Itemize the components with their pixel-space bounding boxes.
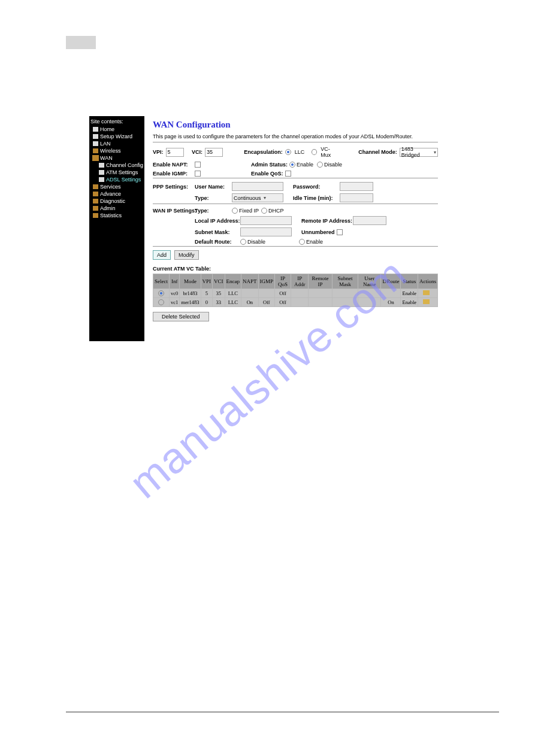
row-select-radio[interactable]	[158, 290, 164, 296]
default-route-label: Default Route:	[195, 239, 240, 245]
droute-enable-label: Enable	[306, 239, 323, 245]
sidebar-item-wan[interactable]: WAN	[90, 154, 143, 162]
sidebar-item-atm-settings[interactable]: ATM Settings	[90, 169, 143, 176]
folder-open-icon	[93, 156, 98, 160]
vci-label: VCI:	[192, 149, 202, 155]
ppp-password-label: Password:	[293, 184, 340, 190]
th-mode: Mode	[180, 274, 201, 289]
page-icon	[99, 170, 104, 175]
page-description: This page is used to configure the param…	[153, 133, 438, 139]
content-panel: WAN Configuration This page is used to c…	[144, 116, 446, 341]
encap-label: Encapsulation:	[244, 149, 283, 155]
admin-disable-radio[interactable]	[317, 162, 323, 168]
page-icon	[99, 163, 104, 168]
page-title: WAN Configuration	[153, 120, 438, 130]
idle-time-input[interactable]	[340, 193, 373, 202]
sidebar-item-wireless[interactable]: Wireless	[90, 147, 143, 154]
admin-disable-label: Disable	[324, 162, 342, 168]
local-ip-input[interactable]	[240, 216, 292, 225]
row-select-radio[interactable]	[158, 299, 164, 305]
sidebar-item-statistics[interactable]: Statistics	[90, 212, 143, 219]
fixedip-label: Fixed IP	[239, 208, 259, 214]
channel-mode-select[interactable]: 1483 Bridged▾	[400, 148, 438, 157]
th-encap: Encap	[225, 274, 241, 289]
channel-mode-label: Channel Mode:	[358, 149, 397, 155]
unnumbered-label: Unnumbered	[301, 229, 335, 235]
chevron-down-icon: ▾	[264, 195, 266, 201]
delete-selected-button[interactable]: Delete Selected	[153, 312, 209, 321]
folder-icon	[93, 206, 98, 211]
sidebar-item-diagnostic[interactable]: Diagnostic	[90, 198, 143, 205]
unnumbered-checkbox[interactable]	[337, 229, 343, 235]
vpi-input[interactable]	[166, 148, 184, 157]
edit-icon[interactable]	[423, 299, 433, 304]
encap-vcmux-label: VC-Mux	[321, 146, 338, 158]
th-igmp: IGMP	[258, 274, 275, 289]
th-inf: Inf	[170, 274, 180, 289]
page-icon	[99, 177, 104, 182]
folder-icon	[93, 192, 98, 196]
sidebar-item-advance[interactable]: Advance	[90, 190, 143, 198]
droute-enable-radio[interactable]	[299, 239, 305, 245]
droute-disable-label: Disable	[247, 239, 265, 245]
folder-icon	[93, 184, 98, 189]
folder-icon	[93, 148, 98, 153]
footer-rule	[66, 712, 499, 712]
vpi-label: VPI:	[153, 149, 164, 155]
encap-llc-radio[interactable]	[285, 149, 291, 155]
sidebar-item-lan[interactable]: LAN	[90, 140, 143, 147]
idle-time-label: Idle Time (min):	[293, 195, 340, 201]
modify-button[interactable]: Modify	[174, 250, 199, 260]
subnet-input[interactable]	[240, 227, 292, 236]
ppp-type-select[interactable]: Continuous▾	[232, 193, 283, 202]
folder-icon	[93, 213, 98, 218]
divider	[153, 204, 438, 204]
ppp-password-input[interactable]	[340, 182, 373, 191]
admin-enable-radio[interactable]	[289, 162, 295, 168]
ppp-type-label: Type:	[195, 195, 232, 201]
fixedip-radio[interactable]	[232, 208, 238, 214]
dhcp-label: DHCP	[268, 208, 284, 214]
qos-checkbox[interactable]	[285, 171, 291, 177]
qos-label: Enable QoS:	[251, 171, 283, 177]
th-ipaddr: IP Addr	[291, 274, 309, 289]
remote-ip-label: Remote IP Address:	[301, 218, 353, 224]
dhcp-radio[interactable]	[261, 208, 267, 214]
th-napt: NAPT	[241, 274, 259, 289]
ppp-user-label: User Name:	[195, 184, 232, 190]
napt-label: Enable NAPT:	[153, 162, 195, 168]
vci-input[interactable]	[205, 148, 223, 157]
droute-disable-radio[interactable]	[240, 239, 246, 245]
sidebar-item-home[interactable]: Home	[90, 126, 143, 133]
igmp-checkbox[interactable]	[195, 171, 201, 177]
th-vpi: VPI	[201, 274, 213, 289]
edit-icon[interactable]	[423, 290, 433, 295]
subnet-label: Subnet Mask:	[195, 229, 240, 235]
sidebar: Site contents: Home Setup Wizard LAN Wir…	[89, 116, 144, 341]
ppp-user-input[interactable]	[232, 182, 283, 191]
chevron-down-icon: ▾	[434, 150, 436, 155]
divider	[153, 246, 438, 247]
page-icon	[93, 141, 98, 146]
encap-llc-label: LLC	[295, 149, 305, 155]
admin-status-label: Admin Status:	[251, 162, 288, 168]
napt-checkbox[interactable]	[195, 162, 201, 168]
remote-ip-input[interactable]	[353, 216, 386, 225]
sidebar-item-setup-wizard[interactable]: Setup Wizard	[90, 133, 143, 140]
sidebar-item-channel-config[interactable]: Channel Config	[90, 162, 143, 169]
page-icon	[93, 127, 98, 132]
th-vci: VCI	[213, 274, 225, 289]
sidebar-item-admin[interactable]: Admin	[90, 205, 143, 212]
sidebar-item-adsl-settings[interactable]: ADSL Settings	[90, 176, 143, 183]
sidebar-item-services[interactable]: Services	[90, 183, 143, 190]
encap-vcmux-radio[interactable]	[312, 149, 317, 155]
th-select: Select	[153, 274, 170, 289]
wanip-section-label: WAN IP Settings:	[153, 208, 195, 214]
sidebar-title: Site contents:	[90, 119, 143, 125]
add-button[interactable]: Add	[153, 250, 171, 260]
th-ipqos: IP QoS	[275, 274, 291, 289]
th-actions: Actions	[418, 274, 438, 289]
th-remoteip: Remote IP	[309, 274, 332, 289]
wanip-type-label: Type:	[195, 208, 232, 214]
folder-icon	[93, 199, 98, 204]
